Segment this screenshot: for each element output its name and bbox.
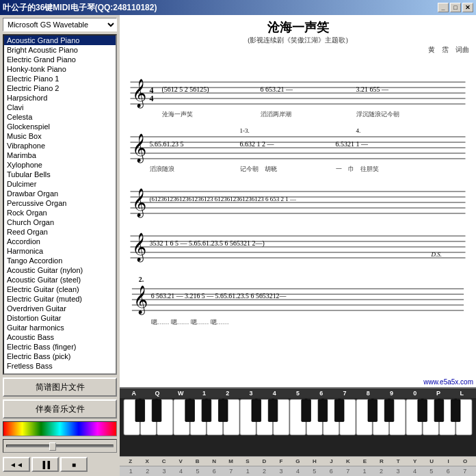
number-row-item: 1 [356,468,373,475]
instrument-item[interactable]: Harpsichord [4,93,116,103]
key-bottom-label: K [340,458,356,464]
key-top-label: 3 [239,390,262,397]
black-key[interactable] [252,399,261,421]
svg-text:6 563.21 — 3.216 5 — 5.65.61.2: 6 563.21 — 3.216 5 — 5.65.61.23.5 6 5653… [151,292,287,300]
instrument-item[interactable]: Rock Organ [4,208,116,217]
black-key[interactable] [185,399,195,421]
black-key[interactable] [384,399,394,421]
instrument-item[interactable]: Celesta [4,112,116,122]
instrument-item[interactable]: Dulcimer [4,179,116,189]
black-key[interactable] [434,399,444,421]
instrument-item[interactable]: Accordion [4,237,116,246]
instrument-item[interactable]: Marimba [4,150,116,160]
black-key[interactable] [451,399,460,421]
instrument-item[interactable]: Distortion Guitar [4,313,116,323]
instrument-selector[interactable]: Microsoft GS Wavetable [3,18,117,31]
title-text: 叶公子的36键MIDI电子琴(QQ:248110182) [3,2,157,14]
black-key[interactable] [302,399,311,421]
black-key[interactable] [268,399,278,421]
instrument-item[interactable]: Church Organ [4,217,116,227]
instrument-item[interactable]: Electric Guitar (muted) [4,294,116,304]
number-row-item: 2 [139,468,155,475]
play-pause-button[interactable]: ▐▐ [31,457,59,472]
black-key[interactable] [334,399,344,421]
key-bottom-label: B [189,458,205,464]
key-top-label: 8 [357,390,380,397]
black-key[interactable] [135,399,145,421]
key-top-label: L [451,390,473,397]
instrument-item[interactable]: Tango Accordion [4,256,116,265]
key-labels-row: AQW1234567890PL [120,388,476,398]
volume-slider[interactable] [6,445,114,447]
instrument-item[interactable]: Guitar harmonics [4,323,116,332]
number-row-item: 3 [156,468,172,475]
instrument-list[interactable]: Acoustic Grand PianoBright Acoustic Pian… [4,36,116,373]
key-bottom-label: N [206,458,222,464]
instrument-item[interactable]: Fretless Bass [4,361,116,371]
black-key[interactable] [418,399,427,421]
instrument-item[interactable]: Electric Piano 1 [4,74,116,83]
black-key[interactable] [202,399,211,421]
instrument-item[interactable]: Bright Acoustic Piano [4,45,116,55]
instrument-item[interactable]: Tubular Bells [4,170,116,179]
svg-text:浮沉随浪记今朝: 浮沉随浪记今朝 [356,111,399,118]
slider-container[interactable] [3,439,117,453]
close-button[interactable]: ✕ [462,3,473,12]
stop-button[interactable]: ■ [60,457,88,472]
instrument-dropdown[interactable]: Microsoft GS Wavetable [3,18,117,31]
black-key[interactable] [318,399,328,421]
black-key[interactable] [152,399,161,421]
black-key[interactable] [368,399,378,421]
right-panel: 沧海一声笑 (影视连续剧《笑傲江湖》主题歌) 黄 霑 词曲 𝄞 [120,15,476,476]
piano-area: AQW1234567890PL ZXCVBNMSDFGHJKERTYUIO 12… [120,387,476,476]
instrument-item[interactable]: Drawbar Organ [4,189,116,198]
instrument-item[interactable]: Xylophone [4,160,116,170]
key-top-label: 7 [333,390,356,397]
number-row-item: 6 [206,468,222,475]
color-bar [3,421,117,436]
instrument-item[interactable]: Acoustic Guitar (nylon) [4,265,116,275]
black-key[interactable] [218,399,228,421]
svg-text:6.5321 1 —: 6.5321 1 — [336,140,369,148]
title-bar: 叶公子的36键MIDI电子琴(QQ:248110182) _ □ ✕ [0,0,476,15]
key-bottom-label: U [423,458,439,464]
instrument-item[interactable]: Acoustic Grand Piano [4,36,116,45]
instrument-item[interactable]: Percussive Organ [4,198,116,208]
svg-text:滔浪随浪: 滔浪随浪 [150,166,174,172]
maximize-button[interactable]: □ [450,3,461,12]
instrument-item[interactable]: Acoustic Bass [4,332,116,342]
key-bottom-label: R [373,458,389,464]
number-row-item: 1 [239,468,256,475]
instrument-item[interactable]: Electric Piano 2 [4,83,116,93]
key-bottom-label: I [440,458,456,464]
instrument-item[interactable]: Harmonica [4,246,116,256]
minimize-button[interactable]: _ [438,3,449,12]
score-content: 沧海一声笑 (影视连续剧《笑傲江湖》主题歌) 黄 霑 词曲 𝄞 [120,15,476,387]
instrument-item[interactable]: Glockenspiel [4,122,116,131]
key-bottom-label: V [172,458,188,464]
score-row5: 2. 𝄞 6 563.21 — 3.216 5 — 5.65.61.23.5 6… [120,274,476,336]
instrument-item[interactable]: Electric Guitar (clean) [4,285,116,294]
key-bottom-label: D [256,458,272,464]
instrument-item[interactable]: Electric Bass (pick) [4,352,116,361]
key-bottom-label: E [357,458,373,464]
instrument-item[interactable]: Music Box [4,131,116,141]
bottom-labels-row: ZXCVBNMSDFGHJKERTYUIO [120,456,476,466]
instrument-item[interactable]: Overdriven Guitar [4,304,116,313]
instrument-item[interactable]: Acoustic Guitar (steel) [4,275,116,285]
key-bottom-label: F [273,458,289,464]
music-file-button[interactable]: 伴奏音乐文件 [3,399,117,419]
number-row-item: 3 [390,468,406,475]
number-row-item: 4 [172,468,189,475]
key-top-label: 1 [193,390,215,397]
instrument-item[interactable]: Honky-tonk Piano [4,64,116,74]
instrument-item[interactable]: Reed Organ [4,227,116,237]
prev-button[interactable]: ◄◄ [3,457,30,472]
instrument-item[interactable]: Electric Grand Piano [4,55,116,64]
score-file-button[interactable]: 简谱图片文件 [3,378,117,397]
transport-controls: ◄◄ ▐▐ ■ [3,455,117,473]
instrument-item[interactable]: Clavi [4,103,116,112]
instrument-item[interactable]: Vibraphone [4,141,116,150]
slider-thumb[interactable] [49,442,56,451]
instrument-item[interactable]: Electric Bass (finger) [4,342,116,352]
